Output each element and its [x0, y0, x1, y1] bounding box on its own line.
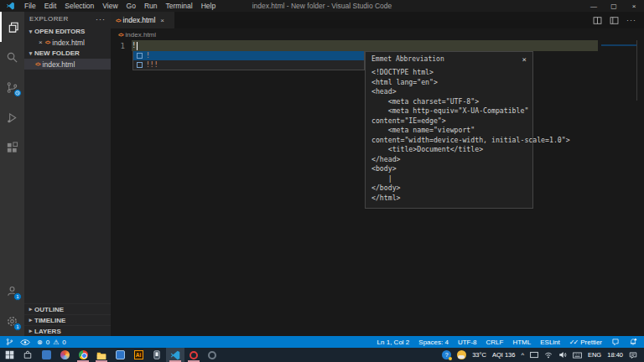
timeline-section[interactable]: ▸ TIMELINE [24, 314, 111, 325]
sidebar-title: EXPLORER [29, 15, 69, 23]
tray-expand-chevron[interactable]: ^ [521, 351, 524, 359]
taskbar-app-illustrator[interactable]: Ai [129, 348, 148, 362]
start-button[interactable] [0, 348, 18, 362]
taskbar-app-photos[interactable] [55, 348, 74, 362]
extensions-icon[interactable] [0, 132, 24, 163]
network-icon[interactable] [544, 351, 553, 359]
minimap-slider[interactable] [601, 44, 636, 46]
file-item-index-html[interactable]: <> index.html [24, 59, 111, 70]
split-editor-icon[interactable] [593, 16, 602, 25]
open-editors-section[interactable]: ▾ OPEN EDITORS [24, 26, 111, 37]
html-file-icon: <> [35, 61, 40, 67]
menu-view[interactable]: View [98, 2, 122, 10]
suggestion-item-triple-bang[interactable]: !!! [133, 60, 364, 70]
taskbar-app-opera[interactable] [184, 348, 203, 362]
suggestion-label: !!! [146, 61, 158, 69]
outline-label: OUTLINE [34, 306, 64, 313]
taskbar-app-vscode[interactable] [166, 348, 184, 362]
taskbar-app-chrome[interactable] [74, 348, 92, 362]
close-editor-icon[interactable]: × [39, 39, 43, 46]
search-icon[interactable] [0, 42, 24, 72]
menu-file[interactable]: File [20, 2, 40, 10]
window-icon[interactable] [530, 351, 538, 359]
breadcrumb-filename: index.html [126, 31, 156, 39]
touch-keyboard-icon[interactable] [573, 352, 582, 359]
live-preview-eye-icon[interactable] [20, 339, 30, 346]
sidebar-more-actions-icon[interactable]: ··· [96, 15, 106, 23]
remote-branch-icon[interactable] [6, 338, 13, 346]
volume-icon[interactable] [558, 351, 567, 359]
chevron-down-icon: ▾ [27, 50, 34, 57]
feedback-icon[interactable] [611, 338, 620, 346]
source-control-clock-badge [13, 89, 22, 97]
taskbar-app-mail[interactable] [111, 348, 129, 362]
html-file-icon: <> [116, 18, 121, 23]
suggest-widget: ! !!! [132, 51, 365, 70]
eol-setting[interactable]: CRLF [486, 339, 504, 346]
taskbar-app-file-explorer[interactable] [92, 348, 111, 362]
action-center-icon[interactable] [629, 351, 637, 359]
file-item-filename: index.html [43, 60, 75, 69]
sidebar-bottom-sections: ▸ OUTLINE ▸ TIMELINE ▸ LAYERS [24, 303, 111, 336]
emmet-popup-preview: <!DOCTYPE html> <html lang="en"> <head> … [366, 66, 532, 208]
editor-code-area[interactable]: 1 ! ! !!! Emmet Abbreviation × <!DOCTYPE… [111, 40, 644, 336]
emmet-abbreviation-popup: Emmet Abbreviation × <!DOCTYPE html> <ht… [365, 51, 533, 209]
language-mode[interactable]: HTML [512, 339, 531, 346]
cursor-position[interactable]: Ln 1, Col 2 [377, 339, 410, 346]
menu-edit[interactable]: Edit [40, 2, 61, 10]
eslint-status[interactable]: ESLint [540, 339, 560, 346]
layout-icon[interactable] [610, 16, 619, 25]
weather-temp[interactable]: 33°C [472, 351, 486, 359]
emmet-close-icon[interactable]: × [522, 55, 527, 64]
settings-gear-icon[interactable]: 1 [0, 306, 24, 336]
breadcrumb[interactable]: <> index.html [111, 28, 644, 40]
outline-section[interactable]: ▸ OUTLINE [24, 303, 111, 314]
scrollbar[interactable] [636, 40, 637, 101]
emmet-popup-title: Emmet Abbreviation [371, 55, 444, 63]
code-line-1[interactable]: 1 ! [111, 40, 644, 51]
menu-go[interactable]: Go [122, 2, 140, 10]
prettier-status[interactable]: ✓✓ Prettier [569, 339, 602, 346]
tab-label: index.html [123, 16, 156, 24]
layers-label: LAYERS [34, 328, 61, 335]
accounts-icon[interactable]: 1 [0, 276, 24, 306]
weather-aqi[interactable]: AQI 136 [492, 351, 516, 359]
taskbar-app-cube[interactable] [37, 348, 55, 362]
tab-index-html[interactable]: <> index.html × [111, 12, 174, 28]
minimize-button[interactable]: — [584, 0, 604, 12]
language-indicator[interactable]: ENG [588, 351, 601, 359]
vscode-logo-icon [6, 2, 15, 10]
text-cursor [137, 42, 138, 50]
layers-section[interactable]: ▸ LAYERS [24, 325, 111, 336]
open-editors-label: OPEN EDITORS [34, 28, 85, 35]
taskbar-app-your-phone[interactable] [148, 348, 166, 362]
folder-section-new-folder[interactable]: ▾ NEW FOLDER [24, 48, 111, 59]
indentation-setting[interactable]: Spaces: 4 [418, 339, 449, 346]
encoding-setting[interactable]: UTF-8 [458, 339, 477, 346]
menu-terminal[interactable]: Terminal [162, 2, 197, 10]
help-icon[interactable]: ? [442, 350, 451, 359]
html-file-icon: <> [45, 39, 50, 45]
suggestion-item-bang[interactable]: ! [133, 51, 364, 60]
activity-bar: 1 1 [0, 12, 24, 336]
snippet-icon [137, 53, 143, 59]
menu-selection[interactable]: Selection [60, 2, 98, 10]
errors-indicator[interactable]: ⊗ 0 ⚠ 0 [37, 339, 66, 346]
open-editor-item-index-html[interactable]: × <> index.html [24, 37, 111, 48]
tab-close-icon[interactable]: × [160, 17, 164, 24]
clock[interactable]: 18:40 [607, 351, 623, 359]
weather-icon[interactable] [457, 350, 466, 359]
close-button[interactable]: × [624, 0, 644, 12]
source-control-icon[interactable] [0, 72, 24, 102]
run-debug-icon[interactable] [0, 102, 24, 132]
menu-run[interactable]: Run [140, 2, 162, 10]
menu-help[interactable]: Help [197, 2, 220, 10]
taskbar-app-circle[interactable] [203, 348, 221, 362]
restore-button[interactable]: ▢ [604, 0, 624, 12]
taskbar-app-store[interactable] [18, 348, 37, 362]
explorer-icon[interactable] [0, 12, 24, 42]
html-file-icon: <> [118, 32, 123, 38]
notifications-bell-icon[interactable] [629, 338, 637, 346]
chevron-right-icon: ▸ [27, 306, 34, 313]
more-actions-icon[interactable]: ··· [626, 16, 636, 24]
